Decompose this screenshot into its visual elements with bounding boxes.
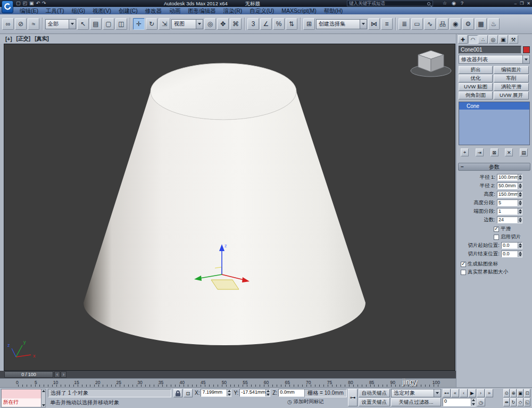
viewport-menu-shading[interactable]: [真实] — [35, 35, 49, 43]
object-color-swatch[interactable] — [523, 46, 530, 53]
menu-animation[interactable]: 动画 — [165, 7, 184, 14]
key-mode-toggle-icon[interactable]: ⊷ — [443, 389, 451, 397]
chevron-down-icon[interactable] — [522, 55, 529, 63]
favorites-star-icon[interactable]: ☆ — [443, 0, 447, 7]
spinner[interactable] — [265, 389, 270, 396]
minimize-button[interactable]: – — [514, 0, 517, 7]
checkbox[interactable] — [494, 235, 499, 240]
select-and-rotate-icon[interactable]: ↻ — [146, 18, 157, 30]
set-keys-button[interactable]: ⊶ — [348, 389, 358, 406]
tab-display[interactable]: ▣ — [498, 35, 508, 44]
key-filter-dropdown[interactable]: 选定对象 — [391, 389, 441, 397]
redo-icon[interactable]: ↷ — [42, 0, 46, 7]
select-and-link-icon[interactable]: ∞ — [2, 18, 14, 30]
zoom-region-icon[interactable]: ⊡ — [524, 389, 530, 397]
menu-edit[interactable]: 编辑(E) — [16, 7, 42, 14]
parameter-input[interactable]: 150.0mm — [497, 191, 522, 198]
spinner[interactable] — [471, 398, 475, 406]
zoom-extents-icon[interactable]: ▣ — [517, 389, 523, 397]
modifier-list-dropdown[interactable]: 修改器列表 — [459, 55, 530, 64]
time-slider-handle[interactable]: 0 / 100 — [4, 371, 53, 378]
btn-extrude[interactable]: 挤出 — [459, 66, 493, 74]
btn-turbosmooth[interactable]: 涡轮平滑 — [494, 83, 529, 91]
play-icon[interactable]: ▶ — [468, 389, 476, 397]
align-icon[interactable]: ≡ — [381, 18, 393, 30]
material-editor-icon[interactable]: ◉ — [450, 18, 461, 30]
select-object-icon[interactable]: ↖ — [77, 18, 89, 30]
named-selection-sets-dropdown[interactable]: 创建选择集 — [316, 19, 367, 29]
next-frame-icon[interactable]: › — [477, 389, 485, 397]
coordinate-input[interactable]: -17.541mm — [239, 389, 270, 397]
keyboard-override-icon[interactable]: ⌘ — [230, 18, 242, 30]
menu-rendering[interactable]: 渲染(R) — [220, 7, 246, 14]
spinner[interactable] — [518, 217, 522, 223]
spinner[interactable] — [518, 200, 522, 206]
time-configuration-button[interactable]: ◷ — [477, 398, 485, 406]
parameter-input[interactable]: 5 — [497, 199, 522, 206]
current-frame-input[interactable]: 0 — [443, 398, 476, 406]
chevron-down-icon[interactable] — [434, 389, 440, 397]
coordinate-input[interactable]: 7.199mm — [201, 389, 231, 397]
goto-end-icon[interactable]: » — [485, 389, 493, 397]
menu-views[interactable]: 视图(V) — [89, 7, 115, 14]
spinner[interactable] — [518, 251, 522, 257]
menu-help[interactable]: 帮助(H) — [320, 7, 347, 14]
lock-selection-button[interactable] — [173, 389, 182, 397]
select-and-manipulate-icon[interactable]: ✥ — [217, 18, 229, 30]
goto-start-icon[interactable]: « — [451, 389, 459, 397]
zoom-all-icon[interactable]: ⊕ — [510, 389, 517, 397]
menu-tools[interactable]: 工具(T) — [42, 7, 68, 14]
show-end-result-icon[interactable]: ⇥ — [476, 148, 484, 156]
save-file-icon[interactable]: ▣ — [29, 0, 34, 7]
stack-item-cone[interactable]: Cone — [459, 102, 529, 110]
parameter-input[interactable]: 1 — [497, 208, 522, 215]
checkbox[interactable] — [461, 262, 466, 267]
orbit-icon[interactable]: ↻ — [510, 398, 517, 406]
chevron-down-icon[interactable] — [69, 20, 76, 29]
menu-create[interactable]: 创建(C) — [115, 7, 142, 14]
configure-modifier-sets-icon[interactable]: ▤ — [520, 148, 528, 156]
spinner[interactable] — [518, 191, 522, 197]
parameters-rollout-header[interactable]: − 参数 — [458, 163, 530, 171]
reference-coordinate-dropdown[interactable]: 视图 — [171, 19, 203, 29]
help-icon[interactable]: ? — [461, 0, 463, 7]
menu-graph-editors[interactable]: 图形编辑器 — [184, 7, 220, 14]
btn-bevel-profile[interactable]: 倒角剖面 — [459, 91, 493, 99]
auto-key-button[interactable]: 自动关键点 — [359, 389, 390, 397]
rectangular-selection-icon[interactable]: ▢ — [103, 18, 114, 30]
select-and-move-icon[interactable]: ✛ — [133, 18, 145, 30]
window-crossing-icon[interactable]: ◫ — [115, 18, 127, 30]
percent-snap-icon[interactable]: % — [273, 18, 285, 30]
slider-prev-arrow[interactable]: ‹ — [54, 371, 60, 378]
maxscript-mini-listener[interactable]: 所在行 — [1, 389, 46, 407]
pan-icon[interactable]: ⇹ — [503, 398, 510, 406]
key-filters-button[interactable]: 关键点过滤器... — [391, 398, 441, 406]
btn-lathe[interactable]: 车削 — [494, 74, 529, 82]
spinner[interactable] — [518, 209, 522, 214]
tab-motion[interactable]: ◎ — [488, 35, 498, 44]
restore-button[interactable]: ❐ — [520, 0, 523, 7]
menu-customize[interactable]: 自定义(U) — [246, 7, 278, 14]
parameter-input[interactable]: 0.0 — [501, 242, 522, 249]
select-and-scale-icon[interactable]: ⇲ — [159, 18, 170, 30]
spinner[interactable] — [518, 183, 522, 189]
btn-unwrap-uvw[interactable]: UVW 展开 — [494, 91, 529, 99]
checkbox[interactable] — [494, 227, 499, 232]
collapse-icon[interactable]: − — [461, 164, 464, 170]
render-setup-icon[interactable]: ⚙ — [462, 18, 474, 30]
close-button[interactable]: ✕ — [527, 0, 530, 7]
btn-optimize[interactable]: 优化 — [459, 74, 493, 82]
menu-maxscript[interactable]: MAXScript(M) — [278, 7, 320, 14]
modifier-stack[interactable]: Cone — [459, 102, 530, 145]
add-time-tag[interactable]: ◷ 添加时间标记 — [287, 398, 324, 405]
btn-edit-patch[interactable]: 编辑面片 — [494, 66, 529, 74]
spinner[interactable] — [518, 174, 522, 180]
tab-modify[interactable]: ◠ — [468, 35, 478, 44]
open-file-icon[interactable]: ◰ — [23, 0, 28, 7]
btn-uvw-map[interactable]: UVW 贴图 — [459, 83, 493, 91]
curve-editor-icon[interactable]: ∿ — [424, 18, 436, 30]
listener-scrollbar[interactable] — [41, 389, 46, 407]
zoom-icon[interactable]: ⊙ — [503, 389, 510, 397]
viewport-menu-general[interactable]: [+] — [5, 36, 12, 42]
tab-utilities[interactable]: ⚒ — [509, 35, 518, 44]
